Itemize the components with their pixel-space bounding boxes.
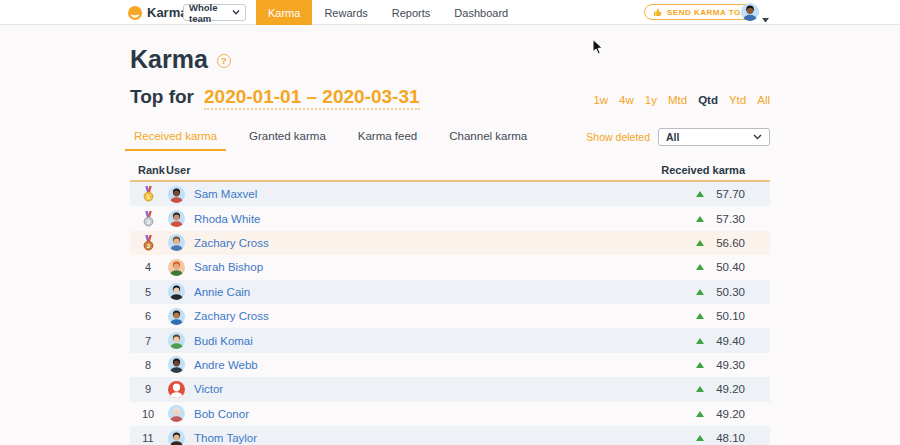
- trend-up-icon: [696, 313, 704, 319]
- user-link[interactable]: Rhoda White: [194, 213, 260, 225]
- user-link[interactable]: Thom Taylor: [194, 432, 257, 444]
- period-date-range-link[interactable]: 2020-01-01 – 2020-03-31: [204, 86, 420, 110]
- time-filters: 1w4w1yMtdQtdYtdAll: [593, 94, 770, 106]
- user-link[interactable]: Zachary Cross: [194, 310, 269, 322]
- time-filter-mtd[interactable]: Mtd: [668, 94, 687, 106]
- avatar: [168, 405, 185, 422]
- user-link[interactable]: Sarah Bishop: [194, 261, 263, 273]
- mouse-cursor: [592, 39, 604, 60]
- rank-number: 11: [130, 432, 166, 444]
- user-menu-avatar[interactable]: [741, 3, 759, 21]
- avatar: [168, 332, 185, 349]
- chevron-down-icon: [232, 10, 240, 15]
- send-karma-label: SEND KARMA TO...: [667, 8, 749, 17]
- top-navbar: Karma Whole team KarmaRewardsReportsDash…: [0, 0, 900, 25]
- trend-up-icon: [696, 386, 704, 392]
- team-selector[interactable]: Whole team: [183, 4, 246, 21]
- tabs: Received karmaGranted karmaKarma feedCha…: [125, 130, 550, 151]
- karma-value: 49.30: [713, 359, 745, 371]
- medal-bronze-icon: 3: [130, 235, 166, 251]
- time-filter-ytd[interactable]: Ytd: [729, 94, 746, 106]
- nav-item-dashboard[interactable]: Dashboard: [442, 0, 520, 25]
- trend-up-icon: [696, 362, 704, 368]
- avatar: [168, 430, 185, 445]
- avatar: [168, 259, 185, 276]
- karma-value: 50.30: [713, 286, 745, 298]
- user-link[interactable]: Victor: [194, 383, 223, 395]
- tab-received-karma[interactable]: Received karma: [125, 130, 226, 151]
- rank-number: 6: [130, 310, 166, 322]
- medal-gold-icon: 1: [130, 186, 166, 202]
- nav-item-karma[interactable]: Karma: [256, 0, 312, 25]
- help-icon[interactable]: ?: [217, 54, 231, 68]
- table-row: 6Zachary Cross50.10: [130, 304, 770, 328]
- rank-number: 10: [130, 408, 166, 420]
- brand-text: Karma: [147, 5, 187, 20]
- rank-number: 4: [130, 261, 166, 273]
- avatar: [168, 210, 185, 227]
- rank-number: 8: [130, 359, 166, 371]
- period-label: Top for: [130, 86, 194, 108]
- time-filter-1w[interactable]: 1w: [593, 94, 608, 106]
- table-header: Rank User Received karma: [130, 160, 770, 182]
- avatar: [168, 234, 185, 251]
- karma-value: 49.20: [713, 383, 745, 395]
- rank-number: 7: [130, 335, 166, 347]
- user-link[interactable]: Annie Cain: [194, 286, 250, 298]
- tab-granted-karma[interactable]: Granted karma: [240, 130, 335, 151]
- thumbs-up-icon: [653, 7, 663, 17]
- time-filter-qtd[interactable]: Qtd: [698, 94, 718, 106]
- trend-up-icon: [696, 240, 704, 246]
- avatar: [168, 308, 185, 325]
- rank-number: 5: [130, 286, 166, 298]
- user-link[interactable]: Bob Conor: [194, 408, 249, 420]
- table-row: 3Zachary Cross56.60: [130, 231, 770, 255]
- avatar: [168, 381, 185, 398]
- table-row: 7Budi Komai49.40: [130, 328, 770, 352]
- user-link[interactable]: Sam Maxvel: [194, 188, 257, 200]
- karma-value: 56.60: [713, 237, 745, 249]
- time-filter-all[interactable]: All: [757, 94, 770, 106]
- show-deleted-value: All: [666, 131, 679, 143]
- column-received-karma: Received karma: [661, 164, 770, 176]
- chevron-down-icon: [753, 134, 762, 140]
- tab-channel-karma[interactable]: Channel karma: [440, 130, 536, 151]
- trend-up-icon: [696, 289, 704, 295]
- show-deleted-select[interactable]: All: [658, 128, 770, 146]
- table-row: 10Bob Conor49.20: [130, 402, 770, 426]
- rank-number: 9: [130, 383, 166, 395]
- karma-value: 50.10: [713, 310, 745, 322]
- trend-up-icon: [696, 191, 704, 197]
- avatar: [168, 356, 185, 373]
- table-row: 2Rhoda White57.30: [130, 206, 770, 230]
- show-deleted-label: Show deleted: [586, 131, 650, 143]
- trend-up-icon: [696, 411, 704, 417]
- nav-links: KarmaRewardsReportsDashboard: [256, 0, 520, 25]
- nav-item-reports[interactable]: Reports: [380, 0, 443, 25]
- karma-table: Rank User Received karma 1Sam Maxvel57.7…: [130, 160, 770, 445]
- user-link[interactable]: Andre Webb: [194, 359, 258, 371]
- time-filter-4w[interactable]: 4w: [619, 94, 634, 106]
- table-row: 11Thom Taylor48.10: [130, 426, 770, 445]
- medal-silver-icon: 2: [130, 211, 166, 227]
- team-selector-value: Whole team: [189, 2, 232, 24]
- avatar: [168, 283, 185, 300]
- trend-up-icon: [696, 216, 704, 222]
- user-link[interactable]: Budi Komai: [194, 335, 253, 347]
- karma-value: 57.30: [713, 213, 745, 225]
- app-logo[interactable]: Karma: [128, 0, 187, 25]
- trend-up-icon: [696, 435, 704, 441]
- table-row: 1Sam Maxvel57.70: [130, 182, 770, 206]
- table-row: 9Victor49.20: [130, 377, 770, 401]
- table-row: 4Sarah Bishop50.40: [130, 255, 770, 279]
- column-rank: Rank: [130, 164, 166, 176]
- user-link[interactable]: Zachary Cross: [194, 237, 269, 249]
- user-menu-caret-icon[interactable]: [762, 9, 769, 27]
- karma-value: 48.10: [713, 432, 745, 444]
- tab-karma-feed[interactable]: Karma feed: [349, 130, 426, 151]
- trend-up-icon: [696, 264, 704, 270]
- karma-value: 57.70: [713, 188, 745, 200]
- nav-item-rewards[interactable]: Rewards: [312, 0, 379, 25]
- time-filter-1y[interactable]: 1y: [645, 94, 657, 106]
- karma-table-body: 1Sam Maxvel57.702Rhoda White57.303Zachar…: [130, 182, 770, 445]
